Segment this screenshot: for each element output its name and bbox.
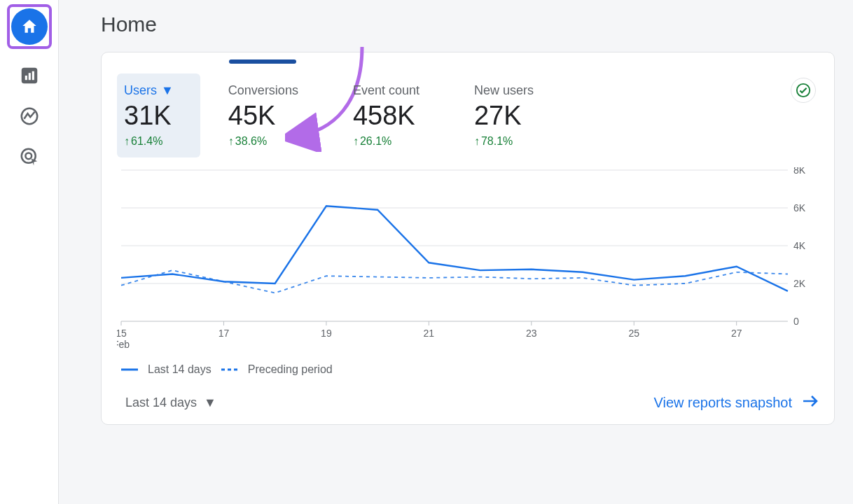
- metric-users[interactable]: Users ▼ 31K ↑ 61.4%: [117, 74, 200, 158]
- svg-text:27: 27: [731, 328, 742, 339]
- home-icon: [11, 8, 48, 45]
- svg-point-6: [25, 153, 32, 159]
- svg-text:21: 21: [424, 328, 435, 339]
- svg-text:2K: 2K: [793, 278, 806, 289]
- svg-text:25: 25: [628, 328, 639, 339]
- link-label: View reports snapshot: [653, 395, 792, 411]
- arrow-right-icon: [802, 394, 819, 412]
- svg-text:15: 15: [117, 328, 127, 339]
- metric-label: New users: [474, 83, 534, 98]
- sidebar-item-reports[interactable]: [15, 62, 43, 90]
- svg-text:17: 17: [219, 328, 230, 339]
- card-accent-bar: [229, 59, 296, 64]
- overview-card: Users ▼ 31K ↑ 61.4% Conversions 45K ↑ 38…: [101, 52, 835, 425]
- arrow-up-icon: ↑: [124, 135, 130, 148]
- date-range-label: Last 14 days: [125, 396, 197, 410]
- svg-rect-1: [25, 76, 27, 80]
- metric-delta-text: 61.4%: [131, 135, 162, 148]
- svg-rect-2: [28, 73, 30, 80]
- metric-value: 45K: [228, 101, 298, 131]
- chevron-down-icon: ▼: [161, 83, 174, 98]
- metric-event-count[interactable]: Event count 458K ↑ 26.1%: [346, 74, 446, 158]
- sidebar-item-explore[interactable]: [15, 102, 43, 130]
- arrow-up-icon: ↑: [353, 135, 359, 148]
- svg-text:6K: 6K: [793, 202, 806, 214]
- svg-text:19: 19: [321, 328, 332, 339]
- metric-delta: ↑ 78.1%: [474, 135, 534, 148]
- legend-swatch-previous: [221, 363, 238, 376]
- metric-label: Users ▼: [124, 83, 174, 98]
- check-circle-icon: [796, 83, 811, 98]
- date-range-select[interactable]: Last 14 days ▼: [125, 396, 216, 410]
- arrow-up-icon: ↑: [228, 135, 234, 148]
- svg-rect-3: [32, 71, 34, 80]
- explore-icon: [19, 106, 40, 127]
- metric-value: 458K: [353, 101, 419, 131]
- metrics-row: Users ▼ 31K ↑ 61.4% Conversions 45K ↑ 38…: [117, 74, 819, 158]
- legend-swatch-current: [121, 363, 138, 376]
- metric-value: 31K: [124, 101, 174, 131]
- svg-text:8K: 8K: [793, 167, 806, 176]
- status-check-badge[interactable]: [791, 78, 816, 103]
- arrow-up-icon: ↑: [474, 135, 480, 148]
- svg-text:4K: 4K: [793, 240, 806, 251]
- metric-delta: ↑ 61.4%: [124, 135, 174, 148]
- metric-label: Event count: [353, 83, 419, 98]
- legend-label-previous: Preceding period: [248, 363, 333, 376]
- metric-new-users[interactable]: New users 27K ↑ 78.1%: [467, 74, 560, 158]
- metric-label: Conversions: [228, 83, 298, 98]
- metric-delta: ↑ 26.1%: [353, 135, 419, 148]
- metric-value: 27K: [474, 101, 534, 131]
- sidebar-item-advertising[interactable]: [15, 143, 43, 171]
- metric-delta-text: 78.1%: [481, 135, 513, 148]
- svg-text:Feb: Feb: [117, 339, 130, 349]
- users-trend-chart: 02K4K6K8K15Feb171921232527: [117, 167, 819, 349]
- sidebar-item-home[interactable]: [7, 4, 52, 49]
- chevron-down-icon: ▼: [204, 396, 216, 410]
- metric-conversions[interactable]: Conversions 45K ↑ 38.6%: [221, 74, 325, 158]
- metric-label-text: Users: [124, 83, 157, 98]
- page-title: Home: [101, 13, 836, 36]
- main-content: Home Users ▼ 31K: [59, 0, 853, 504]
- reports-icon: [19, 65, 40, 86]
- legend-label-current: Last 14 days: [148, 363, 211, 376]
- metric-delta-text: 26.1%: [360, 135, 391, 148]
- card-footer: Last 14 days ▼ View reports snapshot: [117, 394, 819, 412]
- metric-delta: ↑ 38.6%: [228, 135, 298, 148]
- view-reports-snapshot-link[interactable]: View reports snapshot: [653, 394, 819, 412]
- sidebar: [0, 0, 59, 504]
- metric-delta-text: 38.6%: [235, 135, 267, 148]
- svg-text:0: 0: [793, 316, 799, 327]
- chart-legend: Last 14 days Preceding period: [121, 363, 819, 376]
- target-cursor-icon: [19, 146, 40, 167]
- svg-text:23: 23: [526, 328, 537, 339]
